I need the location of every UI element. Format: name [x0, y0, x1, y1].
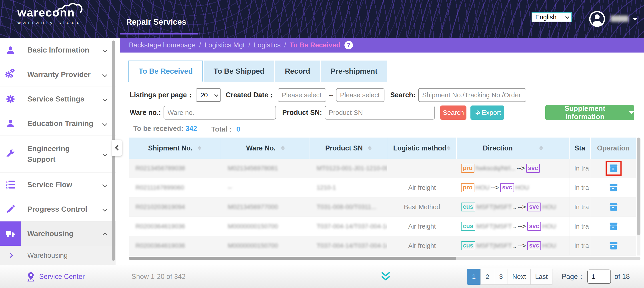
page-button-2[interactable]: 2 [480, 269, 494, 285]
table-row: R0211167899060--1210-1Air freightproHOU-… [129, 178, 636, 197]
archive-box-icon[interactable] [608, 183, 619, 193]
archive-box-icon[interactable] [606, 161, 622, 176]
ware-no-cell: -- [221, 178, 310, 197]
column-header-product-sn[interactable]: Product SN [310, 137, 387, 159]
search-button[interactable]: Search [440, 105, 466, 120]
chevron-down-icon [102, 47, 108, 53]
per-page-select[interactable]: 20 [196, 88, 221, 102]
chevron-down-icon [102, 152, 108, 157]
export-button[interactable]: Export [470, 105, 504, 120]
column-header-direction[interactable]: Direction [457, 137, 570, 159]
blurred-text: R0200364619036 [136, 223, 185, 230]
sidebar-item-warehousing[interactable]: Warehousing [0, 221, 116, 246]
page-button-next[interactable]: Next [508, 269, 531, 285]
help-icon[interactable]: ? [344, 41, 353, 49]
vertical-scrollbar[interactable] [637, 137, 640, 255]
ordered-list-icon: 1 2 3 [0, 173, 21, 197]
sidebar-item-basic-information[interactable]: Basic Information [0, 38, 116, 62]
blurred-text: hwkscdq/htrl... [476, 165, 516, 172]
to-be-received-value: 342 [186, 125, 197, 132]
sidebar-item-warranty-provider[interactable]: Warranty Provider [0, 62, 116, 87]
sidebar-item-education-training[interactable]: Education Training [0, 111, 116, 136]
archive-box-icon[interactable] [608, 202, 619, 212]
tab-record[interactable]: Record [275, 61, 320, 82]
status-cell: In tra [570, 197, 591, 217]
blurred-text: MSFT|MSFT [476, 223, 512, 230]
archive-box-icon[interactable] [608, 221, 619, 231]
search-input[interactable] [418, 88, 526, 102]
sidebar-item-label: Engineering Support [21, 143, 77, 165]
chevron-down-icon [102, 182, 108, 187]
chevron-down-icon [214, 93, 218, 97]
horizontal-scrollbar-thumb[interactable] [129, 257, 456, 260]
column-header-status[interactable]: Sta [570, 137, 591, 159]
archive-box-icon[interactable] [608, 241, 619, 251]
operation-cell[interactable] [591, 217, 636, 236]
sort-icon[interactable] [447, 146, 450, 151]
direction-arrow: --> [518, 242, 526, 249]
sidebar-item-service-flow[interactable]: 1 2 3 Service Flow [0, 173, 116, 197]
column-header-logistic-method[interactable]: Logistic method [387, 137, 457, 159]
user-avatar[interactable] [588, 10, 606, 28]
breadcrumb-item[interactable]: Logistics [254, 41, 281, 49]
page-number-input[interactable] [587, 269, 611, 284]
breadcrumb-item[interactable]: Logistics Mgt [205, 41, 245, 49]
sidebar-item-progress-control[interactable]: Progress Control [0, 197, 116, 221]
breadcrumb-item[interactable]: Backstage homepage [129, 41, 196, 49]
nav-repair-services[interactable]: Repair Services [126, 17, 186, 27]
export-label: Export [482, 109, 501, 116]
column-header-ware-no[interactable]: Ware No. [221, 137, 310, 159]
ware-no-cell: M0000000150700 [221, 236, 310, 255]
direction-badge: svc [526, 164, 540, 173]
sidebar-collapse-handle[interactable] [112, 140, 122, 156]
sort-icon[interactable] [281, 146, 285, 151]
page-button-last[interactable]: Last [530, 269, 552, 285]
supplement-information-button[interactable]: Supplement information [545, 105, 634, 120]
operation-cell[interactable] [591, 178, 636, 197]
direction-badge: svc [527, 241, 541, 250]
status-cell: In tra [570, 178, 591, 197]
logistic-method-cell: Best Method [387, 197, 457, 217]
sidebar-item-service-settings[interactable]: Service Settings [0, 87, 116, 111]
logo-subtitle: warranty cloud [17, 20, 91, 25]
product-sn-input[interactable] [325, 106, 435, 119]
tab-to-be-received[interactable]: To Be Received [128, 61, 203, 82]
product-sn-cell: 1210-1 [310, 178, 387, 197]
column-header-shipment-no[interactable]: Shipment No. [129, 137, 221, 159]
direction-arrow: --> [491, 184, 499, 191]
service-center-link[interactable]: Service Center [26, 265, 85, 288]
sidebar-item-engineering-support[interactable]: Engineering Support [0, 136, 116, 173]
sort-icon[interactable] [368, 146, 372, 151]
breadcrumb-separator: / [284, 41, 286, 49]
operation-cell[interactable] [591, 159, 636, 178]
user-name [611, 16, 628, 22]
double-chevron-down-icon[interactable] [380, 271, 391, 282]
blurred-text: R0200364619036 [136, 242, 185, 249]
vertical-scrollbar-thumb[interactable] [637, 137, 640, 235]
user-menu-caret-icon[interactable] [632, 18, 637, 21]
page-button-1[interactable]: 1 [467, 269, 481, 285]
direction-cell: proHOU-->svcHOU [457, 178, 570, 197]
sidebar-item-label: Warranty Provider [21, 69, 94, 80]
horizontal-scrollbar[interactable] [129, 257, 640, 260]
direction-arrow: --> [517, 165, 525, 172]
tab-pre-shipment[interactable]: Pre-shipment [321, 61, 387, 82]
chevron-up-icon [102, 232, 108, 237]
shipment-no-cell: R0200364619036 [129, 236, 221, 255]
page-button-3[interactable]: 3 [494, 269, 508, 285]
truck-icon [0, 221, 21, 246]
tab-to-be-shipped[interactable]: To Be Shipped [204, 61, 274, 82]
wrench-icon [0, 136, 21, 172]
operation-cell[interactable] [591, 236, 636, 255]
sort-icon[interactable] [198, 146, 201, 151]
filter-row-1: Listings per page： 20 Created Date： -- S… [130, 88, 644, 102]
date-from-input[interactable] [278, 88, 326, 102]
chevron-down-icon [102, 72, 108, 77]
date-to-input[interactable] [336, 88, 384, 102]
operation-cell[interactable] [591, 197, 636, 217]
ware-no-input[interactable] [164, 106, 276, 119]
sidebar-subitem-warehousing[interactable]: Warehousing [0, 246, 116, 265]
gear-icon [0, 87, 21, 111]
sort-icon[interactable] [539, 146, 543, 151]
language-select[interactable]: English [532, 12, 572, 22]
